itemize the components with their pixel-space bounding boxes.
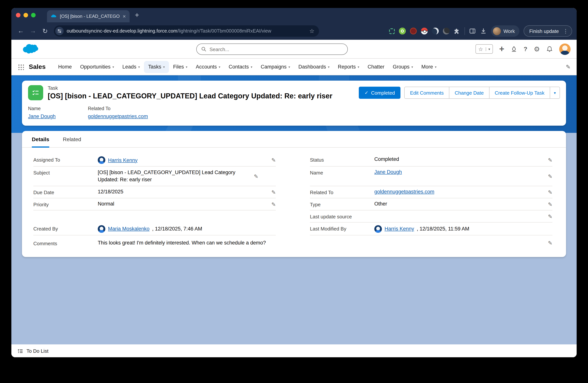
chevron-down-icon[interactable]: ▾ (289, 65, 290, 69)
highlight-name-field: Name Jane Dough (28, 106, 77, 120)
global-actions-plus-icon[interactable]: + (499, 45, 504, 53)
completed-button[interactable]: ✓ Completed (359, 87, 401, 99)
edit-icon[interactable]: ✎ (548, 213, 552, 219)
highlight-name-link[interactable]: Jane Dough (28, 114, 56, 119)
chevron-down-icon[interactable]: ▾ (138, 65, 140, 69)
tab-close-icon[interactable]: × (123, 13, 126, 19)
chevron-down-icon[interactable]: ▾ (251, 65, 252, 69)
edit-icon[interactable]: ✎ (254, 173, 258, 179)
edit-comments-button[interactable]: Edit Comments (405, 87, 449, 98)
nav-item-contacts[interactable]: Contacts▾ (225, 61, 256, 73)
nav-item-tasks[interactable]: Tasks▾ (144, 61, 169, 73)
nav-item-more[interactable]: More▾ (417, 61, 441, 73)
browser-tab[interactable]: [OS] [bison - LEAD_CATEGO × (47, 10, 129, 22)
app-name[interactable]: Sales (29, 63, 46, 71)
more-actions-dropdown-icon[interactable]: ▾ (550, 87, 560, 98)
nav-item-dashboards[interactable]: Dashboards▾ (294, 61, 334, 73)
chevron-down-icon[interactable]: ▾ (358, 65, 359, 69)
chevron-down-icon[interactable]: ▾ (411, 65, 413, 69)
chevron-down-icon[interactable]: ▾ (186, 65, 188, 69)
minimize-window-button[interactable] (23, 13, 28, 18)
assigned-to-link[interactable]: Harris Kenny (108, 157, 138, 163)
close-window-button[interactable] (16, 13, 21, 18)
user-profile-avatar[interactable] (559, 43, 570, 55)
edit-icon[interactable]: ✎ (548, 189, 552, 195)
edit-icon[interactable]: ✎ (548, 201, 552, 207)
zoom-window-button[interactable] (31, 13, 36, 18)
nav-edit-pencil-icon[interactable]: ✎ (566, 63, 570, 70)
field-last-update-source: Last update source ✎ (310, 211, 552, 223)
nav-item-label: Files (173, 64, 184, 70)
favorites-dropdown-icon[interactable]: ▾ (486, 47, 492, 51)
edit-icon[interactable]: ✎ (272, 189, 276, 195)
nav-item-reports[interactable]: Reports▾ (334, 61, 363, 73)
finish-update-button[interactable]: Finish update ⋮ (524, 25, 572, 37)
bookmark-star-icon[interactable]: ☆ (309, 28, 315, 35)
site-settings-icon[interactable] (55, 27, 64, 35)
task-record-icon (28, 85, 43, 100)
favorites-control[interactable]: ☆ ▾ (475, 44, 493, 54)
extension-red-icon[interactable] (410, 28, 417, 35)
downloads-icon[interactable] (480, 28, 487, 35)
created-by-timestamp: , 12/18/2025, 7:46 AM (152, 226, 202, 232)
todo-list-button[interactable]: To Do List (26, 348, 48, 354)
check-icon: ✓ (365, 90, 368, 95)
highlight-name-label: Name (28, 106, 77, 111)
status-value: Completed (374, 156, 399, 162)
global-search[interactable] (196, 43, 348, 55)
related-to-link[interactable]: goldennuggetpastries.com (374, 189, 434, 194)
change-date-button[interactable]: Change Date (449, 87, 489, 98)
chevron-down-icon[interactable]: ▾ (435, 65, 437, 69)
nav-item-campaigns[interactable]: Campaigns▾ (256, 61, 294, 73)
chevron-down-icon[interactable]: ▾ (112, 65, 114, 69)
forward-icon[interactable]: → (28, 27, 38, 35)
create-follow-up-task-button[interactable]: Create Follow-Up Task (489, 87, 550, 98)
nav-item-chatter[interactable]: Chatter (363, 61, 389, 73)
edit-icon[interactable]: ✎ (272, 201, 276, 207)
created-by-link[interactable]: Maria Moskalenko (108, 226, 149, 232)
nav-item-label: More (421, 64, 433, 70)
edit-icon[interactable]: ✎ (548, 173, 552, 179)
reload-icon[interactable]: ↻ (40, 27, 50, 35)
chevron-down-icon[interactable]: ▾ (328, 65, 330, 69)
side-panel-icon[interactable] (469, 28, 476, 35)
capture-selection-icon[interactable] (389, 28, 395, 34)
chevron-down-icon[interactable]: ▾ (163, 65, 165, 69)
nav-item-files[interactable]: Files▾ (169, 61, 192, 73)
window-controls (16, 13, 36, 18)
edit-icon[interactable]: ✎ (272, 157, 276, 163)
name-link[interactable]: Jane Dough (374, 169, 402, 175)
nav-item-label: Opportunities (80, 64, 111, 70)
extension-navy-icon[interactable] (432, 28, 439, 35)
nav-item-accounts[interactable]: Accounts▾ (191, 61, 225, 73)
edit-icon[interactable]: ✎ (548, 240, 552, 246)
browser-profile-chip[interactable]: Work (491, 25, 519, 37)
last-modified-by-link[interactable]: Harris Kenny (385, 226, 414, 232)
notifications-bell-icon[interactable] (546, 46, 553, 52)
nav-item-opportunities[interactable]: Opportunities▾ (76, 61, 118, 73)
nav-item-groups[interactable]: Groups▾ (389, 61, 417, 73)
nav-item-home[interactable]: Home (54, 61, 76, 73)
browser-tab-bar: [OS] [bison - LEAD_CATEGO × + (11, 8, 577, 22)
url-text: outboundsyncinc-dev-ed.develop.lightning… (67, 28, 271, 34)
tab-details[interactable]: Details (32, 131, 49, 147)
new-tab-button[interactable]: + (135, 11, 139, 19)
extension-green-icon[interactable] (399, 28, 406, 35)
nav-item-leads[interactable]: Leads▾ (118, 61, 144, 73)
tab-related[interactable]: Related (63, 131, 81, 147)
favorites-star-icon[interactable]: ☆ (476, 46, 486, 52)
app-launcher-icon[interactable] (18, 64, 24, 70)
extension-pokeball-icon[interactable] (421, 28, 428, 35)
back-icon[interactable]: ← (16, 27, 26, 35)
setup-gear-icon[interactable]: ⚙ (534, 45, 540, 53)
edit-icon[interactable]: ✎ (548, 157, 552, 163)
extension-dark-icon[interactable] (443, 28, 450, 35)
help-icon[interactable]: ? (524, 46, 527, 52)
extensions-puzzle-icon[interactable] (454, 28, 460, 34)
url-bar[interactable]: outboundsyncinc-dev-ed.develop.lightning… (54, 25, 319, 37)
global-search-input[interactable] (210, 46, 343, 52)
guidance-center-icon[interactable] (511, 46, 517, 52)
highlight-related-link[interactable]: goldennuggetpastries.com (88, 114, 148, 119)
chevron-down-icon[interactable]: ▾ (219, 65, 220, 69)
kebab-menu-icon[interactable]: ⋮ (562, 28, 569, 34)
